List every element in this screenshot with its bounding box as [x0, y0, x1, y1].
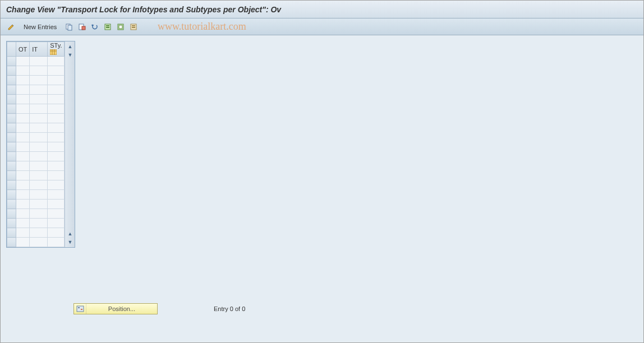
row-selector[interactable]	[7, 142, 16, 152]
cell-ot[interactable]	[16, 171, 30, 180]
cell-ot[interactable]	[16, 161, 30, 171]
cell-it[interactable]	[30, 133, 48, 142]
cell-ot[interactable]	[16, 114, 30, 123]
cell-sty[interactable]	[48, 95, 65, 104]
undo-icon[interactable]	[90, 22, 100, 32]
configure-columns-icon[interactable]	[50, 49, 57, 56]
row-selector[interactable]	[7, 238, 16, 247]
cell-sty[interactable]	[48, 152, 65, 161]
cell-ot[interactable]	[16, 104, 30, 114]
row-selector[interactable]	[7, 133, 16, 142]
cell-it[interactable]	[30, 142, 48, 152]
cell-ot[interactable]	[16, 95, 30, 104]
cell-sty[interactable]	[48, 76, 65, 85]
row-selector[interactable]	[7, 76, 16, 85]
table-row[interactable]	[7, 152, 65, 161]
cell-sty[interactable]	[48, 123, 65, 133]
cell-sty[interactable]	[48, 114, 65, 123]
row-selector[interactable]	[7, 200, 16, 209]
cell-ot[interactable]	[16, 142, 30, 152]
table-row[interactable]	[7, 219, 65, 228]
select-block-icon[interactable]	[116, 22, 126, 32]
cell-sty[interactable]	[48, 200, 65, 209]
cell-it[interactable]	[30, 152, 48, 161]
column-ot[interactable]: OT	[16, 42, 30, 57]
cell-it[interactable]	[30, 219, 48, 228]
cell-ot[interactable]	[16, 180, 30, 190]
table-row[interactable]	[7, 95, 65, 104]
cell-ot[interactable]	[16, 152, 30, 161]
cell-it[interactable]	[30, 114, 48, 123]
cell-ot[interactable]	[16, 219, 30, 228]
cell-ot[interactable]	[16, 66, 30, 76]
table-row[interactable]	[7, 228, 65, 238]
table-row[interactable]	[7, 209, 65, 219]
table-row[interactable]	[7, 114, 65, 123]
cell-ot[interactable]	[16, 123, 30, 133]
scroll-down-bottom-icon[interactable]: ▼	[66, 238, 74, 246]
row-selector[interactable]	[7, 152, 16, 161]
cell-it[interactable]	[30, 200, 48, 209]
column-sty[interactable]: STy.	[48, 42, 65, 57]
position-button[interactable]: Position...	[73, 303, 158, 314]
scroll-up-bottom-icon[interactable]: ▲	[66, 230, 74, 238]
cell-it[interactable]	[30, 190, 48, 200]
cell-it[interactable]	[30, 161, 48, 171]
vertical-scrollbar[interactable]: ▲ ▼ ▲ ▼	[65, 41, 75, 247]
cell-sty[interactable]	[48, 133, 65, 142]
cell-sty[interactable]	[48, 180, 65, 190]
table-row[interactable]	[7, 76, 65, 85]
table-row[interactable]	[7, 142, 65, 152]
cell-sty[interactable]	[48, 66, 65, 76]
table-row[interactable]	[7, 133, 65, 142]
new-entries-button[interactable]: New Entries	[19, 24, 61, 30]
cell-sty[interactable]	[48, 209, 65, 219]
cell-ot[interactable]	[16, 238, 30, 247]
cell-it[interactable]	[30, 180, 48, 190]
cell-sty[interactable]	[48, 104, 65, 114]
table-row[interactable]	[7, 200, 65, 209]
row-selector[interactable]	[7, 209, 16, 219]
cell-it[interactable]	[30, 85, 48, 95]
row-selector[interactable]	[7, 66, 16, 76]
cell-it[interactable]	[30, 66, 48, 76]
cell-sty[interactable]	[48, 190, 65, 200]
table-row[interactable]	[7, 85, 65, 95]
cell-it[interactable]	[30, 57, 48, 66]
cell-it[interactable]	[30, 95, 48, 104]
table-row[interactable]	[7, 66, 65, 76]
row-selector[interactable]	[7, 57, 16, 66]
cell-sty[interactable]	[48, 219, 65, 228]
cell-sty[interactable]	[48, 57, 65, 66]
row-selector[interactable]	[7, 123, 16, 133]
column-it[interactable]: IT	[30, 42, 48, 57]
cell-it[interactable]	[30, 76, 48, 85]
table-row[interactable]	[7, 57, 65, 66]
row-selector[interactable]	[7, 161, 16, 171]
cell-it[interactable]	[30, 209, 48, 219]
cell-sty[interactable]	[48, 161, 65, 171]
table-row[interactable]	[7, 161, 65, 171]
cell-sty[interactable]	[48, 171, 65, 180]
cell-ot[interactable]	[16, 200, 30, 209]
column-selector[interactable]	[7, 42, 16, 57]
row-selector[interactable]	[7, 228, 16, 238]
scroll-down-icon[interactable]: ▼	[66, 51, 74, 59]
select-all-icon[interactable]	[103, 22, 113, 32]
deselect-all-icon[interactable]	[128, 22, 139, 32]
cell-ot[interactable]	[16, 57, 30, 66]
copy-icon[interactable]	[64, 22, 74, 32]
cell-sty[interactable]	[48, 228, 65, 238]
grid-table[interactable]: OT IT STy.	[7, 41, 65, 247]
cell-it[interactable]	[30, 123, 48, 133]
table-row[interactable]	[7, 104, 65, 114]
row-selector[interactable]	[7, 95, 16, 104]
table-row[interactable]	[7, 190, 65, 200]
row-selector[interactable]	[7, 104, 16, 114]
cell-ot[interactable]	[16, 209, 30, 219]
cell-ot[interactable]	[16, 228, 30, 238]
table-row[interactable]	[7, 123, 65, 133]
row-selector[interactable]	[7, 114, 16, 123]
row-selector[interactable]	[7, 171, 16, 180]
cell-ot[interactable]	[16, 85, 30, 95]
